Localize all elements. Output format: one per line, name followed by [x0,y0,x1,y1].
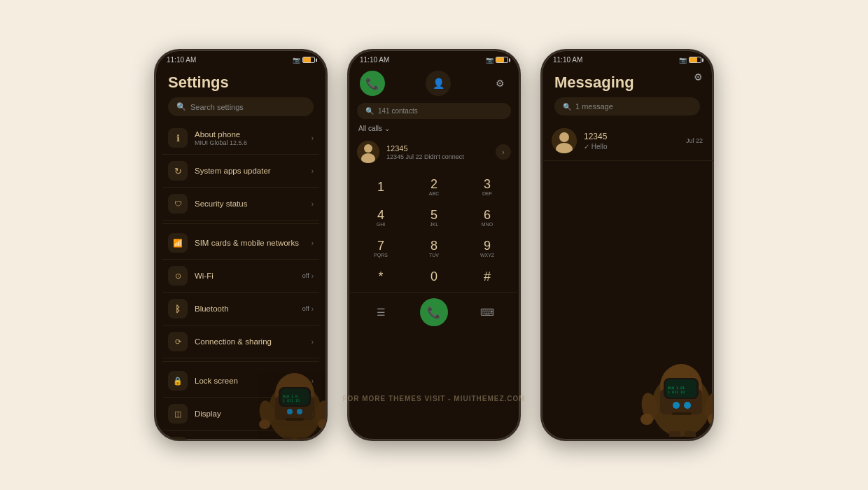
wifi-status: off [302,272,309,279]
svg-point-31 [640,414,653,425]
msg-info: 12345 ✓ Hello [584,132,679,150]
dialpad: 1 2ABC 3DEF 4GHI 5JKL 6MNO 7PQRS 8TUV 9W… [349,169,519,292]
settings-header: Settings 🔍 Search settings [155,66,326,122]
key-9[interactable]: 9WXYZ [462,234,512,262]
phone-tab[interactable]: 📞 [360,71,385,96]
nav-call[interactable]: 📞 [420,298,448,326]
chevron-icon: › [312,305,314,313]
settings-item-wifi[interactable]: ⊙ Wi-Fi off › [162,260,319,293]
messaging-header: Messaging 🔍 1 message [542,66,713,121]
updater-icon: ↻ [168,161,188,181]
svg-rect-12 [297,437,307,440]
wifi-icon: ⊙ [168,266,188,286]
settings-item-security[interactable]: 🛡 Security status › [162,188,319,220]
chevron-icon: › [312,272,314,280]
status-bar-2: 11:10 AM 📷 [349,50,519,66]
bt-status: off [302,305,309,312]
contacts-count: 141 contacts [378,107,418,115]
messaging-title: Messaging [554,74,700,92]
svg-text:1 011 10: 1 011 10 [668,390,685,394]
key-4[interactable]: 4GHI [356,204,406,232]
camera-icon-3: 📷 [679,57,687,64]
msg-avatar-svg [552,128,577,153]
phone-dialer: 11:10 AM 📷 📞 👤 ⚙ 🔍 1 [347,49,521,441]
key-3[interactable]: 3DEF [462,173,512,201]
sim-icon: 📶 [168,233,188,253]
nav-menu[interactable]: ☰ [370,301,392,323]
settings-item-bluetooth[interactable]: ᛒ Bluetooth off › [162,293,319,326]
contacts-tab[interactable]: 👤 [426,71,451,96]
about-label: About phone [195,130,304,139]
updater-label: System apps updater [195,167,304,175]
robot-decoration-3: 010 1 01 1 011 10 [615,339,713,440]
svg-point-35 [673,402,680,409]
contacts-icon: 👤 [433,78,444,89]
filter-label: All calls [358,125,382,132]
key-7[interactable]: 7PQRS [356,234,406,262]
contacts-search[interactable]: 🔍 141 contacts [357,103,511,119]
search-icon: 🔍 [176,102,186,111]
messaging-body: ⚙ Messaging 🔍 1 message [542,66,713,440]
phone-bottom-nav: ☰ 📞 ⌨ [349,292,519,333]
msg-item[interactable]: 12345 ✓ Hello Jul 22 [542,121,713,161]
key-6[interactable]: 6MNO [462,204,512,232]
chevron-icon: › [312,134,314,142]
settings-content: Settings 🔍 Search settings ℹ About phone… [155,66,326,440]
key-8[interactable]: 8TUV [409,234,459,262]
settings-item-updater[interactable]: ↻ System apps updater › [162,155,319,188]
nav-dialpad[interactable]: ⌨ [476,301,498,323]
lock-icon: 🔒 [168,371,188,391]
call-avatar [357,141,379,163]
settings-item-about[interactable]: ℹ About phone MIUI Global 12.5.6 › [162,122,319,155]
call-item[interactable]: 12345 12345 Jul 22 Didn't connect › [349,135,519,169]
security-label: Security status [195,200,304,208]
about-icon: ℹ [168,128,188,148]
chevron-icon: › [312,200,314,208]
settings-search[interactable]: 🔍 Search settings [168,97,314,116]
phones-container: FOR MORE THEMES VISIT - MIUITHEMEZ.COM 1… [154,49,714,441]
call-detail-button[interactable]: › [496,144,511,160]
status-bar-3: 11:10 AM 📷 [542,50,713,66]
dialpad-grid: 1 2ABC 3DEF 4GHI 5JKL 6MNO 7PQRS 8TUV 9W… [356,173,512,288]
time-1: 11:10 AM [167,56,196,64]
search-icon-3: 🔍 [563,103,571,111]
robot-decoration-1: 010 1 0 1 011 10 [228,349,326,440]
sound-icon: ♪ [168,437,188,440]
key-hash[interactable]: # [462,265,512,288]
divider [162,223,319,224]
svg-rect-33 [669,431,680,437]
settings-title: Settings [168,74,314,92]
messaging-gear[interactable]: ⚙ [694,71,703,83]
camera-icon-2: 📷 [486,57,493,64]
key-star[interactable]: * [356,265,406,288]
phone-icon: 📞 [365,77,379,90]
key-0[interactable]: 0 [409,265,459,288]
messaging-search[interactable]: 🔍 1 message [554,97,700,115]
phone-app-header: 📞 👤 ⚙ [349,66,519,100]
robot-svg-3: 010 1 01 1 011 10 [615,339,713,437]
msg-name: 12345 [584,132,679,141]
svg-point-9 [259,419,270,429]
display-icon: ◫ [168,404,188,424]
call-info: 12345 12345 Jul 22 Didn't connect [386,144,489,160]
calls-filter[interactable]: All calls ⌄ [349,122,519,135]
settings-gear-icon[interactable]: ⚙ [491,75,508,92]
key-2[interactable]: 2ABC [409,173,459,201]
call-name: 12345 [386,144,489,153]
battery-icon-3 [689,57,701,63]
phone-settings: 11:10 AM 📷 Settings 🔍 Search settings ℹ [154,49,328,441]
msg-tick: ✓ [584,143,589,150]
bluetooth-label: Bluetooth [195,304,295,313]
key-1[interactable]: 1 [356,173,406,201]
key-5[interactable]: 5JKL [409,204,459,232]
settings-item-sim[interactable]: 📶 SIM cards & mobile networks › [162,227,319,260]
watermark: FOR MORE THEMES VISIT - MIUITHEMEZ.COM [342,395,525,402]
chevron-icon: › [312,167,314,175]
msg-count: 1 message [575,102,613,111]
chevron-icon: › [312,338,314,346]
status-icons-3: 📷 [679,57,701,64]
msg-time: Jul 22 [686,137,703,144]
filter-arrow: ⌄ [384,125,390,132]
camera-icon-1: 📷 [293,57,300,64]
about-sub: MIUI Global 12.5.6 [195,139,304,146]
